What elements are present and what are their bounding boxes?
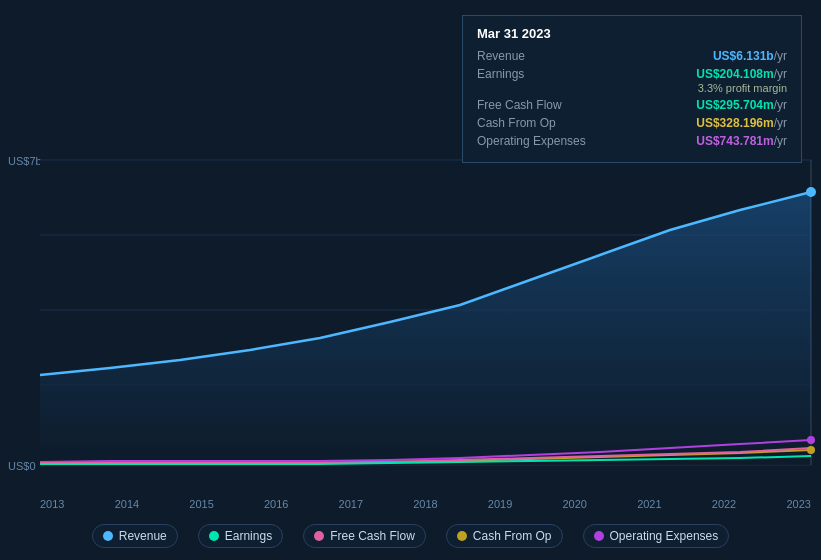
legend-label-fcf: Free Cash Flow [330, 529, 415, 543]
x-label-2016: 2016 [264, 498, 288, 510]
legend-item-revenue[interactable]: Revenue [92, 524, 178, 548]
tooltip-opexp-label: Operating Expenses [477, 134, 597, 148]
x-label-2017: 2017 [339, 498, 363, 510]
tooltip-cashop-label: Cash From Op [477, 116, 597, 130]
x-label-2023: 2023 [786, 498, 810, 510]
legend-item-cash-from-op[interactable]: Cash From Op [446, 524, 563, 548]
x-label-2020: 2020 [562, 498, 586, 510]
tooltip-earnings-label: Earnings [477, 67, 597, 81]
chart-container: Mar 31 2023 Revenue US$6.131b/yr Earning… [0, 0, 821, 560]
legend-label-earnings: Earnings [225, 529, 272, 543]
legend-dot-op-expenses [594, 531, 604, 541]
tooltip-opexp-row: Operating Expenses US$743.781m/yr [477, 134, 787, 148]
legend-item-earnings[interactable]: Earnings [198, 524, 283, 548]
x-label-2014: 2014 [115, 498, 139, 510]
tooltip-earnings-value: US$204.108m/yr [696, 67, 787, 81]
tooltip-box: Mar 31 2023 Revenue US$6.131b/yr Earning… [462, 15, 802, 163]
tooltip-revenue-value: US$6.131b/yr [713, 49, 787, 63]
x-label-2018: 2018 [413, 498, 437, 510]
legend-item-fcf[interactable]: Free Cash Flow [303, 524, 426, 548]
legend-label-cash-from-op: Cash From Op [473, 529, 552, 543]
svg-point-9 [807, 446, 815, 454]
x-label-2015: 2015 [189, 498, 213, 510]
legend-dot-cash-from-op [457, 531, 467, 541]
x-axis: 2013 2014 2015 2016 2017 2018 2019 2020 … [40, 498, 811, 510]
x-label-2021: 2021 [637, 498, 661, 510]
x-label-2022: 2022 [712, 498, 736, 510]
legend-label-op-expenses: Operating Expenses [610, 529, 719, 543]
legend: Revenue Earnings Free Cash Flow Cash Fro… [0, 524, 821, 548]
tooltip-earnings-row: Earnings US$204.108m/yr [477, 67, 787, 81]
tooltip-opexp-value: US$743.781m/yr [696, 134, 787, 148]
legend-item-op-expenses[interactable]: Operating Expenses [583, 524, 730, 548]
tooltip-profit-margin: 3.3% profit margin [477, 82, 787, 94]
legend-dot-earnings [209, 531, 219, 541]
legend-label-revenue: Revenue [119, 529, 167, 543]
tooltip-fcf-row: Free Cash Flow US$295.704m/yr [477, 98, 787, 112]
tooltip-revenue-row: Revenue US$6.131b/yr [477, 49, 787, 63]
svg-point-7 [806, 187, 816, 197]
x-label-2013: 2013 [40, 498, 64, 510]
tooltip-date: Mar 31 2023 [477, 26, 787, 41]
x-label-2019: 2019 [488, 498, 512, 510]
tooltip-fcf-label: Free Cash Flow [477, 98, 597, 112]
tooltip-cashop-row: Cash From Op US$328.196m/yr [477, 116, 787, 130]
tooltip-cashop-value: US$328.196m/yr [696, 116, 787, 130]
tooltip-fcf-value: US$295.704m/yr [696, 98, 787, 112]
tooltip-revenue-label: Revenue [477, 49, 597, 63]
legend-dot-fcf [314, 531, 324, 541]
legend-dot-revenue [103, 531, 113, 541]
svg-point-8 [807, 436, 815, 444]
